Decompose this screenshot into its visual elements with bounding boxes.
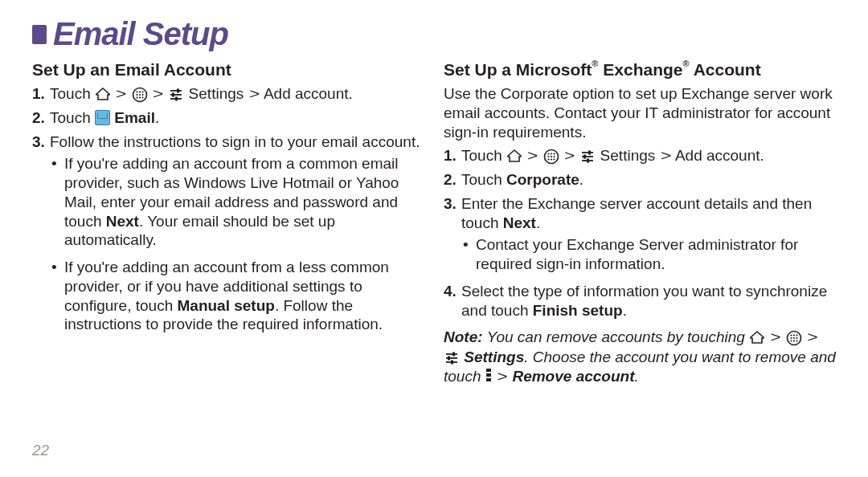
home-icon <box>95 87 111 101</box>
chevron-right-icon: > <box>150 84 165 104</box>
apps-icon <box>786 330 802 344</box>
heading-set-up-email: Set Up an Email Account <box>32 60 424 80</box>
manual-page: Email Setup Set Up an Email Account 1. T… <box>0 0 868 477</box>
chevron-right-icon: > <box>562 146 576 165</box>
right-step-3: 3. Enter the Exchange server account det… <box>444 194 836 274</box>
title-row: Email Setup <box>32 16 836 52</box>
apps-icon <box>132 87 148 101</box>
chevron-right-icon: > <box>247 84 261 104</box>
right-column: Set Up a Microsoft® Exchange® Account Us… <box>444 57 836 386</box>
right-step-4: 4. Select the type of information you wa… <box>444 282 836 320</box>
right-intro: Use the Corporate option to set up Excha… <box>444 84 836 141</box>
left-bullet-1: If you're adding an account from a commo… <box>50 154 424 250</box>
page-title: Email Setup <box>53 16 228 52</box>
left-column: Set Up an Email Account 1. Touch > > Set… <box>32 57 424 386</box>
page-number: 22 <box>32 442 49 459</box>
left-bullets: If you're adding an account from a commo… <box>50 154 424 334</box>
right-bullets: Contact your Exchange Server administrat… <box>461 235 836 274</box>
chevron-right-icon: > <box>805 328 820 347</box>
registered-mark: ® <box>592 59 598 68</box>
home-icon <box>506 149 522 163</box>
section-marker <box>32 25 47 44</box>
right-step-2: 2. Touch Corporate. <box>444 170 836 190</box>
apps-icon <box>543 149 559 163</box>
email-icon <box>95 110 110 125</box>
sliders-icon <box>444 350 460 365</box>
registered-mark: ® <box>683 59 690 68</box>
note: Note: You can remove accounts by touchin… <box>444 328 836 386</box>
chevron-right-icon: > <box>768 328 783 347</box>
left-step-1: 1. Touch > > Settings > Add account. <box>32 84 424 104</box>
heading-set-up-exchange: Set Up a Microsoft® Exchange® Account <box>444 60 836 80</box>
chevron-right-icon: > <box>658 146 673 165</box>
chevron-right-icon: > <box>114 84 129 104</box>
sliders-icon <box>168 87 184 101</box>
left-steps: 1. Touch > > Settings > Add account. 2. … <box>32 84 424 334</box>
right-bullet-1: Contact your Exchange Server administrat… <box>461 235 836 274</box>
right-steps: 1. Touch > > Settings > Add account. 2. … <box>444 146 836 320</box>
left-step-3: 3. Follow the instructions to sign in to… <box>32 132 424 335</box>
home-icon <box>749 330 765 344</box>
menu-icon <box>485 369 492 383</box>
chevron-right-icon: > <box>526 146 540 165</box>
left-step-2: 2. Touch Email. <box>32 108 424 128</box>
sliders-icon <box>579 149 596 163</box>
right-step-1: 1. Touch > > Settings > Add account. <box>444 146 836 165</box>
columns: Set Up an Email Account 1. Touch > > Set… <box>32 57 836 386</box>
chevron-right-icon: > <box>495 367 510 386</box>
left-bullet-2: If you're adding an account from a less … <box>50 258 424 334</box>
